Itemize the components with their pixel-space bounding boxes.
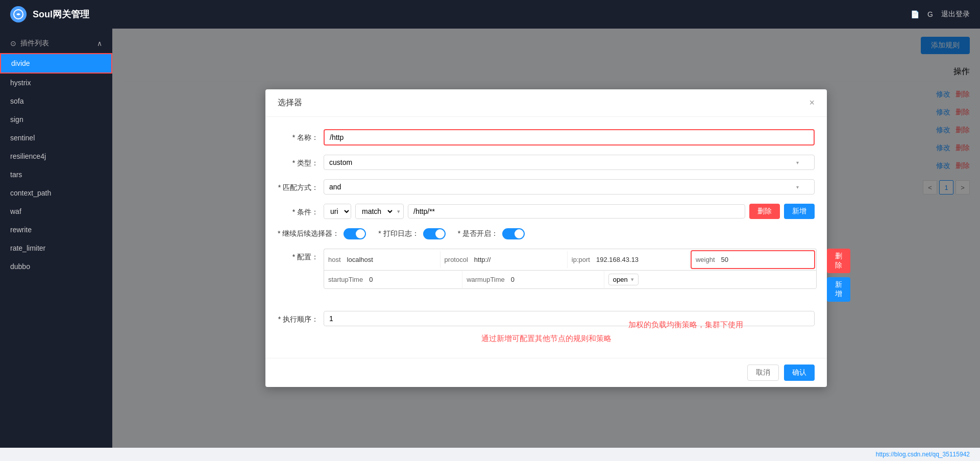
- sidebar-item-sofa[interactable]: sofa: [0, 92, 112, 110]
- match-select[interactable]: and ▾: [324, 179, 815, 195]
- modal-overlay: 选择器 × * 名称： * 类型： custom ▾: [112, 29, 980, 448]
- sidebar-item-label: sofa: [10, 97, 23, 105]
- main-layout: ⊙ 插件列表 ∧ divide hystrix sofa sign sentin…: [0, 29, 980, 448]
- condition-field-row: * 条件： uri match ▾: [278, 204, 815, 219]
- type-select-arrow: ▾: [796, 160, 799, 165]
- sidebar-item-label: rate_limiter: [10, 244, 45, 252]
- sidebar-section-plugins[interactable]: ⊙ 插件列表 ∧: [0, 34, 112, 53]
- open-status-select[interactable]: open ▾: [608, 274, 639, 285]
- sidebar-item-rewrite[interactable]: rewrite: [0, 221, 112, 239]
- sidebar-item-tars[interactable]: tars: [0, 165, 112, 184]
- sidebar-item-waf[interactable]: waf: [0, 202, 112, 221]
- protocol-input[interactable]: [471, 254, 563, 265]
- match-label: * 匹配方式：: [278, 179, 318, 192]
- match-value: and: [329, 183, 341, 191]
- condition-label: * 条件：: [278, 204, 318, 217]
- sidebar-item-label: dubbo: [10, 262, 30, 271]
- sidebar-item-sign[interactable]: sign: [0, 110, 112, 129]
- order-label: * 执行顺序：: [278, 311, 318, 324]
- header-right[interactable]: 📄 G 退出登录: [911, 10, 970, 19]
- modal-footer: 取消 确认: [265, 358, 827, 387]
- toggles-field-row: * 继续后续选择器： * 打印日志： * 是否开启：: [278, 228, 815, 239]
- config-field-row: * 配置： host protocol: [278, 249, 815, 302]
- open-toggle-group: * 是否开启：: [458, 228, 525, 239]
- open-status-value: open: [613, 276, 628, 283]
- sidebar-item-label: rewrite: [10, 226, 32, 234]
- sidebar-item-context-path[interactable]: context_path: [0, 184, 112, 202]
- warmup-label: warmupTime: [467, 276, 505, 283]
- name-input[interactable]: [324, 129, 815, 145]
- footer-link[interactable]: https://blog.csdn.net/qq_35115942: [876, 451, 970, 458]
- sidebar-item-sentinel[interactable]: sentinel: [0, 129, 112, 147]
- config-add-button[interactable]: 新增: [827, 277, 850, 302]
- ip-port-input[interactable]: [593, 254, 685, 265]
- google-icon: G: [927, 10, 933, 18]
- type-select[interactable]: custom ▾: [324, 155, 815, 170]
- log-toggle-group: * 打印日志：: [378, 228, 445, 239]
- condition-delete-button[interactable]: 删除: [749, 204, 780, 219]
- sidebar-item-label: sign: [10, 115, 23, 124]
- config-label: * 配置：: [278, 249, 318, 262]
- type-field-row: * 类型： custom ▾: [278, 155, 815, 170]
- host-input[interactable]: [344, 254, 436, 265]
- app-title: Soul网关管理: [33, 8, 89, 20]
- collapse-icon: ∧: [97, 39, 102, 47]
- config-delete-button[interactable]: 删除: [827, 249, 850, 273]
- startup-label: startupTime: [328, 276, 363, 283]
- continue-toggle[interactable]: [344, 228, 366, 239]
- sidebar-item-resilience4j[interactable]: resilience4j: [0, 147, 112, 165]
- sidebar-item-dubbo[interactable]: dubbo: [0, 257, 112, 276]
- sidebar-item-label: sentinel: [10, 134, 35, 142]
- selector-modal: 选择器 × * 名称： * 类型： custom ▾: [265, 89, 827, 387]
- continue-label: * 继续后续选择器：: [278, 229, 339, 238]
- sidebar-item-label: waf: [10, 207, 21, 215]
- type-label: * 类型：: [278, 155, 318, 168]
- sidebar-section-label: 插件列表: [20, 39, 49, 48]
- condition-uri-select[interactable]: uri: [324, 204, 351, 219]
- open-label: * 是否开启：: [458, 229, 498, 238]
- host-label: host: [328, 256, 341, 263]
- open-toggle[interactable]: [502, 228, 525, 239]
- footer: https://blog.csdn.net/qq_35115942: [0, 448, 980, 461]
- content-area: 添加规则 操作 修改 删除 修改 删除 修改: [112, 29, 980, 448]
- annotation-2: 通过新增可配置其他节点的规则和策略: [278, 334, 815, 344]
- ip-port-label: ip:port: [572, 256, 590, 263]
- open-arrow: ▾: [631, 276, 634, 283]
- plugin-list-icon: ⊙: [10, 39, 16, 47]
- sidebar-item-label: context_path: [10, 189, 51, 197]
- sidebar-item-divide[interactable]: divide: [0, 53, 112, 74]
- modal-title: 选择器: [278, 98, 302, 108]
- sidebar: ⊙ 插件列表 ∧ divide hystrix sofa sign sentin…: [0, 29, 112, 448]
- startup-input[interactable]: [366, 274, 458, 285]
- logout-text[interactable]: 退出登录: [941, 10, 970, 19]
- weight-label: weight: [696, 256, 715, 263]
- cancel-button[interactable]: 取消: [747, 365, 779, 381]
- sidebar-item-hystrix[interactable]: hystrix: [0, 74, 112, 92]
- weight-input[interactable]: [718, 254, 810, 265]
- condition-match-select[interactable]: match: [356, 204, 394, 219]
- protocol-label: protocol: [445, 256, 468, 263]
- header-left: Soul网关管理: [10, 6, 89, 22]
- warmup-input[interactable]: [508, 274, 600, 285]
- log-toggle[interactable]: [423, 228, 446, 239]
- condition-add-button[interactable]: 新增: [784, 204, 815, 219]
- log-label: * 打印日志：: [378, 229, 419, 238]
- type-value: custom: [329, 158, 352, 166]
- sidebar-item-rate-limiter[interactable]: rate_limiter: [0, 239, 112, 257]
- modal-close-btn[interactable]: ×: [809, 98, 815, 108]
- condition-match-arrow: ▾: [394, 208, 403, 215]
- condition-value-input[interactable]: [408, 204, 745, 219]
- modal-header: 选择器 ×: [265, 89, 827, 117]
- file-icon: 📄: [911, 10, 919, 18]
- name-label: * 名称：: [278, 129, 318, 142]
- sidebar-item-label: hystrix: [10, 79, 31, 87]
- sidebar-item-label: tars: [10, 171, 22, 179]
- app-logo: [10, 6, 27, 22]
- match-field-row: * 匹配方式： and ▾: [278, 179, 815, 195]
- confirm-button[interactable]: 确认: [784, 365, 815, 381]
- match-select-arrow: ▾: [796, 184, 799, 190]
- sidebar-item-label: divide: [11, 59, 30, 67]
- condition-row: uri match ▾ 删除 新增: [324, 204, 815, 219]
- name-field-row: * 名称：: [278, 129, 815, 145]
- toggles-row: * 继续后续选择器： * 打印日志： * 是否开启：: [278, 228, 815, 239]
